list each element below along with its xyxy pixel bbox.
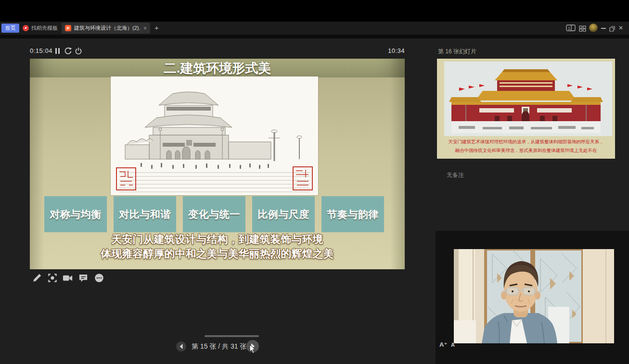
notes-font-larger-button[interactable]: A⁺: [439, 341, 447, 348]
previous-slide-button[interactable]: [176, 341, 186, 351]
annotate-pen-button[interactable]: [31, 272, 43, 284]
tab-home-label: 首页: [5, 25, 16, 32]
next-slide-preview: 天安门建筑艺术体现对理想环境的追求，从建筑整体到细部装饰的呼应关系， 融合中国传…: [437, 59, 615, 159]
camera-button[interactable]: [61, 272, 74, 284]
refresh-icon: [64, 47, 72, 55]
tab-docer-label: 找稻壳模板: [31, 25, 58, 32]
tab-docer[interactable]: 找稻壳模板: [23, 24, 58, 33]
power-icon: [75, 47, 82, 55]
end-show-button[interactable]: [72, 45, 85, 57]
mouse-cursor: [249, 344, 256, 354]
previous-arrow-icon: [179, 343, 184, 350]
next-slide-preview-image: 天安门建筑艺术体现对理想环境的追求，从建筑整体到细部装饰的呼应关系， 融合中国传…: [437, 59, 615, 159]
preview-caption-line2: 融合中国传统文化和审美理念，形式美原则在整体建筑环境上无处不在: [455, 148, 597, 153]
pause-icon: [54, 48, 61, 54]
restore-icon: [609, 26, 615, 32]
laser-pointer-button[interactable]: [46, 272, 59, 284]
comment-icon: [78, 274, 88, 283]
timer-label: 0:15:04: [30, 47, 52, 54]
user-avatar[interactable]: [589, 24, 598, 32]
more-ellipsis-icon: [94, 273, 104, 283]
slide-caption-line1: 天安门从建筑设计与结构，到建筑装饰与环境: [30, 232, 405, 247]
laser-pointer-icon: [48, 273, 57, 283]
camera-icon: [63, 274, 73, 282]
principle-box-2: 对比与和谐: [114, 196, 176, 232]
principle-box-5: 节奏与韵律: [321, 196, 384, 232]
pane-layout-icon: 1: [566, 25, 576, 32]
slide-position-label: 第 15 张 / 共 31 张: [192, 342, 246, 351]
more-tools-button[interactable]: [93, 272, 105, 284]
screen: 首页 找稻壳模板 P 建筑与环境设计（北海）(2).pptx × + 1: [0, 0, 629, 364]
pen-icon: [32, 273, 42, 283]
slide-caption-line2: 体现雍容醇厚的中和之美与美华丽热烈的辉煌之美: [30, 247, 405, 261]
next-slide-header: 第 16 张幻灯片: [438, 48, 476, 56]
clock-label: 10:34: [337, 47, 405, 54]
tab-document-label: 建筑与环境设计（北海）(2).pptx: [74, 25, 141, 32]
close-button[interactable]: ✕: [617, 23, 624, 33]
tab-document[interactable]: P 建筑与环境设计（北海）(2).pptx ×: [62, 23, 150, 34]
wps-ppt-icon: P: [65, 25, 71, 31]
tab-grid-button[interactable]: [579, 25, 586, 34]
principle-box-1: 对称与均衡: [44, 196, 107, 232]
tiananmen-engraving-image: [111, 76, 318, 195]
svg-text:1: 1: [568, 26, 570, 31]
minimize-button[interactable]: [601, 28, 606, 29]
filmstrip: 二.建筑环境形式美: [0, 286, 436, 334]
principle-box-3: 变化与统一: [183, 196, 245, 232]
new-tab-button[interactable]: +: [152, 23, 161, 32]
principle-box-4: 比例与尺度: [252, 196, 315, 232]
tab-close-icon[interactable]: ×: [143, 25, 147, 32]
comment-button[interactable]: [77, 272, 90, 284]
filmstrip-scrollbar[interactable]: [205, 335, 259, 337]
slide-canvas[interactable]: 二.建筑环境形式美: [30, 59, 405, 269]
restore-button[interactable]: [609, 25, 615, 34]
tab-home[interactable]: 首页: [1, 24, 19, 33]
preview-caption-line1: 天安门建筑艺术体现对理想环境的追求，从建筑整体到细部装饰的呼应关系，: [449, 139, 604, 144]
webcam-video: [454, 249, 614, 343]
notes-empty-label: 无备注: [447, 171, 464, 179]
docer-icon: [23, 25, 29, 31]
pane-layout-button[interactable]: 1: [566, 25, 576, 34]
webcam-presenter-portrait: [454, 249, 614, 343]
tab-grid-icon: [579, 25, 586, 32]
window-divider: [0, 35, 629, 38]
tab-bar: 首页 找稻壳模板 P 建筑与环境设计（北海）(2).pptx × + 1: [0, 22, 629, 35]
slide-title: 二.建筑环境形式美: [30, 59, 405, 77]
